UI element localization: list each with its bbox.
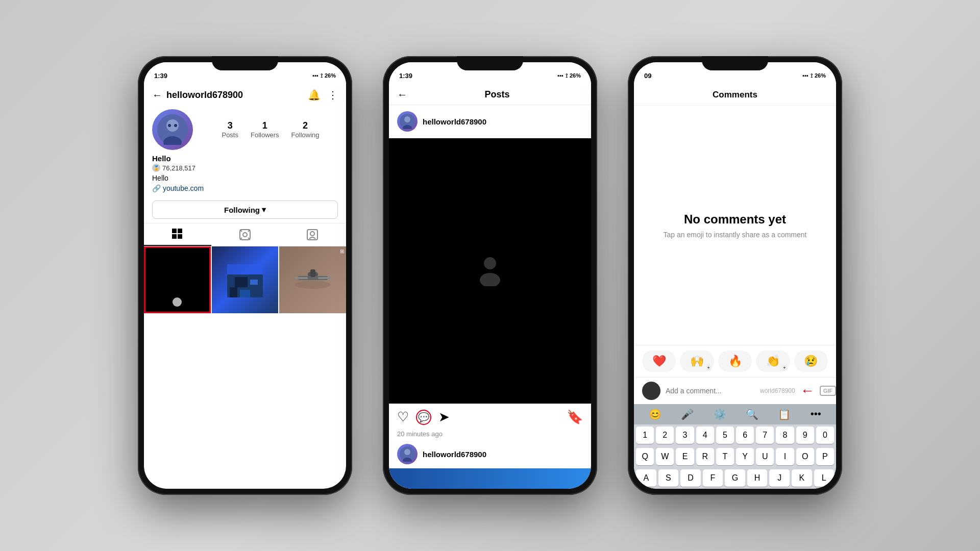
key-y[interactable]: Y — [736, 448, 754, 465]
comment-button[interactable]: 💬 — [416, 410, 431, 425]
gif-button[interactable]: GIF — [820, 386, 836, 396]
key-4[interactable]: 4 — [696, 427, 714, 444]
phone3-battery: 26% — [815, 72, 826, 79]
svg-rect-19 — [235, 277, 248, 287]
posts-stat[interactable]: 3 Posts — [222, 120, 238, 139]
key-r[interactable]: R — [696, 448, 714, 465]
key-7[interactable]: 7 — [756, 427, 774, 444]
svg-rect-7 — [172, 234, 177, 239]
key-t[interactable]: T — [716, 448, 734, 465]
svg-rect-21 — [230, 287, 237, 297]
back-button[interactable]: ← — [152, 89, 162, 101]
key-f[interactable]: F — [703, 469, 723, 487]
svg-point-16 — [310, 232, 314, 236]
key-h[interactable]: H — [747, 469, 768, 487]
followers-stat[interactable]: 1 Followers — [251, 120, 279, 139]
following-label: Following — [224, 206, 260, 214]
keyboard-settings-icon[interactable]: ⚙️ — [714, 408, 726, 420]
keyboard-row-qwerty: Q W E R T Y U I O P — [634, 446, 836, 467]
header-icons: 🔔 ⋮ — [308, 89, 338, 101]
microphone-icon[interactable]: 🎤 — [681, 408, 694, 420]
key-j[interactable]: J — [769, 469, 790, 487]
following-button[interactable]: Following ▾ — [152, 201, 338, 219]
grid-icon — [172, 229, 183, 240]
posts-back-button[interactable]: ← — [397, 89, 407, 101]
stats-row: 3 Posts 1 Followers 2 Following — [203, 120, 338, 139]
emoji-heart-btn[interactable]: ❤️ — [642, 350, 676, 372]
phone2-notch — [457, 56, 523, 70]
profile-link[interactable]: 🔗 youtube.com — [144, 183, 346, 196]
key-5[interactable]: 5 — [716, 427, 734, 444]
key-p[interactable]: P — [816, 448, 834, 465]
profile-username: helloworld678900 — [166, 90, 304, 101]
following-stat[interactable]: 2 Following — [291, 120, 320, 139]
post-username: helloworld678900 — [423, 117, 486, 126]
link-icon: 🔗 — [152, 184, 163, 192]
phone3-time: 09 — [644, 72, 651, 80]
like-icon[interactable]: ♡ — [397, 409, 409, 425]
key-a[interactable]: A — [636, 469, 656, 487]
key-e[interactable]: E — [676, 448, 694, 465]
post-image — [389, 138, 591, 404]
profile-badge: 🏅 76,218,517 — [144, 163, 346, 173]
room-illustration — [212, 246, 279, 313]
post-caption-username: helloworld678900 — [423, 450, 486, 459]
key-2[interactable]: 2 — [656, 427, 674, 444]
clipboard-icon[interactable]: 📋 — [778, 408, 791, 420]
svg-rect-8 — [178, 234, 182, 239]
emoji-hands-btn[interactable]: 🙌 + — [680, 350, 714, 372]
tab-reels[interactable] — [211, 223, 279, 246]
red-arrow-annotation: ← — [800, 383, 815, 399]
phone2-battery: 26% — [570, 72, 581, 79]
key-0[interactable]: 0 — [816, 427, 834, 444]
key-8[interactable]: 8 — [776, 427, 794, 444]
key-d[interactable]: D — [680, 469, 701, 487]
grid-item-1[interactable] — [144, 246, 211, 313]
post-user-row: helloworld678900 — [389, 105, 591, 138]
key-g[interactable]: G — [725, 469, 745, 487]
no-comments-subtitle: Tap an emoji to instantly share as a com… — [664, 231, 807, 239]
emoji-sad-btn[interactable]: 😢 — [794, 350, 828, 372]
phone1-notch — [212, 56, 278, 70]
phone2-signal-icon: ▪▪▪ — [557, 72, 564, 79]
post-actions: ♡ 💬 ➤ 🔖 — [389, 404, 591, 430]
tab-grid[interactable] — [144, 223, 211, 246]
key-q[interactable]: Q — [636, 448, 654, 465]
grid-item-3[interactable]: ⊞ — [279, 246, 346, 313]
phone3-notch — [702, 56, 768, 70]
plane-svg — [292, 259, 333, 300]
key-6[interactable]: 6 — [736, 427, 754, 444]
grid-item-2[interactable] — [212, 246, 279, 313]
key-1[interactable]: 1 — [636, 427, 654, 444]
chevron-down-icon: ▾ — [262, 205, 266, 214]
tab-tagged[interactable] — [279, 223, 346, 246]
key-3[interactable]: 3 — [676, 427, 694, 444]
key-k[interactable]: K — [792, 469, 812, 487]
svg-rect-22 — [240, 290, 250, 297]
share-icon[interactable]: ➤ — [438, 409, 450, 425]
key-w[interactable]: W — [656, 448, 674, 465]
svg-rect-27 — [295, 277, 308, 279]
bookmark-icon[interactable]: 🔖 — [567, 409, 583, 425]
key-i[interactable]: I — [776, 448, 794, 465]
phone1-battery: 26% — [325, 72, 336, 79]
posts-count: 3 — [228, 120, 233, 131]
keyboard-search-icon[interactable]: 🔍 — [746, 408, 758, 420]
svg-point-35 — [404, 449, 410, 455]
key-l[interactable]: L — [814, 469, 835, 487]
more-options-icon[interactable]: ⋮ — [328, 89, 338, 101]
post-blue-bar — [389, 468, 591, 489]
emoji-clap-btn[interactable]: 👏 + — [756, 350, 790, 372]
phone2-status-right: ▪▪▪ ⟟ 26% — [557, 72, 581, 79]
notification-icon[interactable]: 🔔 — [308, 89, 321, 101]
key-9[interactable]: 9 — [796, 427, 814, 444]
badge-icon: 🏅 — [152, 164, 160, 172]
key-u[interactable]: U — [756, 448, 774, 465]
key-s[interactable]: S — [658, 469, 679, 487]
comment-input[interactable] — [666, 382, 755, 400]
post-bottom-avatar-svg — [400, 446, 415, 462]
key-o[interactable]: O — [796, 448, 814, 465]
emoji-fire-btn[interactable]: 🔥 — [718, 350, 752, 372]
emoji-keyboard-icon[interactable]: 😊 — [649, 408, 662, 420]
more-keyboard-icon[interactable]: ••• — [811, 408, 821, 420]
